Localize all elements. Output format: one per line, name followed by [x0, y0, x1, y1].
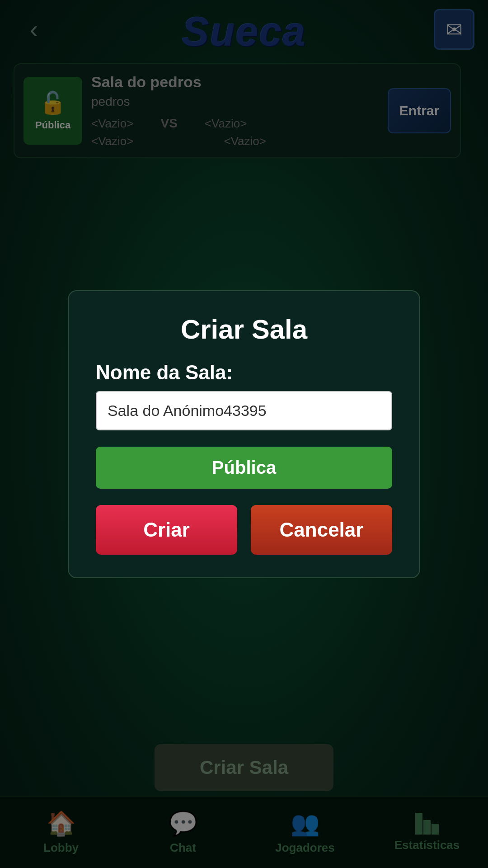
modal-title: Criar Sala: [181, 314, 307, 345]
criar-button[interactable]: Criar: [96, 505, 237, 555]
modal-actions: Criar Cancelar: [96, 505, 392, 555]
cancelar-button[interactable]: Cancelar: [251, 505, 392, 555]
room-name-field: Nome da Sala:: [96, 361, 392, 430]
create-room-modal: Criar Sala Nome da Sala: Pública Criar C…: [68, 290, 420, 578]
visibility-toggle-button[interactable]: Pública: [96, 447, 392, 489]
room-name-input[interactable]: [96, 391, 392, 430]
room-name-label: Nome da Sala:: [96, 361, 392, 384]
modal-overlay: Criar Sala Nome da Sala: Pública Criar C…: [0, 0, 488, 868]
